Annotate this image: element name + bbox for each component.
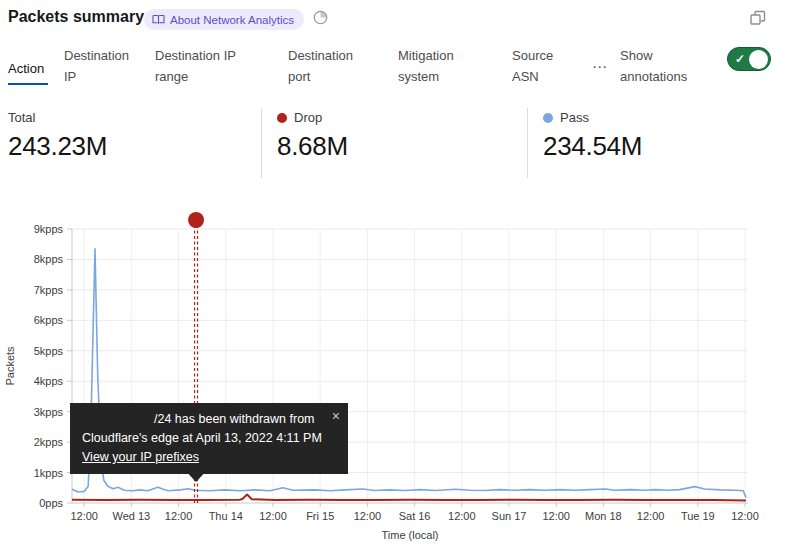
stat-total-label: Total: [8, 110, 35, 125]
x-tick-label: 12:00: [354, 510, 382, 522]
x-tick-label: 12:00: [542, 510, 570, 522]
check-icon: ✓: [735, 52, 745, 66]
x-axis-title: Time (local): [381, 529, 438, 541]
x-tick-label: 12:00: [731, 510, 759, 522]
x-tick-label: 12:00: [70, 510, 98, 522]
show-annotations-toggle[interactable]: ✓: [727, 47, 771, 71]
x-tick-label: Mon 18: [585, 510, 622, 522]
about-network-analytics-badge[interactable]: About Network Analytics: [144, 9, 304, 30]
x-tick-label: 12:00: [448, 510, 476, 522]
tooltip-caret: [184, 469, 208, 482]
clock-icon: [312, 9, 329, 26]
view-ip-prefixes-link[interactable]: View your IP prefixes: [82, 448, 199, 467]
stat-total-value: 243.23M: [8, 131, 107, 162]
x-tick-label: Thu 14: [209, 510, 243, 522]
duplicate-window-icon[interactable]: [748, 8, 768, 28]
tab-destination-ip[interactable]: Destination IP: [64, 46, 136, 88]
tooltip-line2: Cloudflare's edge at April 13, 2022 4:11…: [82, 429, 324, 448]
x-tick-label: 12:00: [637, 510, 665, 522]
drop-line: [72, 495, 746, 501]
tab-destination-port[interactable]: Destination port: [288, 46, 366, 88]
x-tick-label: 12:00: [165, 510, 193, 522]
stat-drop-value: 8.68M: [277, 131, 348, 162]
y-tick-label: 6kpps: [34, 314, 64, 326]
y-tick-label: 1kpps: [34, 467, 64, 479]
x-tick-label: Sun 17: [492, 510, 527, 522]
book-icon: [152, 14, 165, 25]
badge-label: About Network Analytics: [170, 14, 294, 26]
y-tick-label: 5kpps: [34, 345, 64, 357]
y-tick-label: 2kpps: [34, 436, 64, 448]
pass-legend-dot: [543, 113, 553, 123]
stat-divider: [527, 108, 528, 178]
y-tick-label: 0pps: [39, 497, 63, 509]
y-tick-label: 3kpps: [34, 406, 64, 418]
stat-total: Total 243.23M: [8, 110, 107, 162]
stat-divider: [261, 108, 262, 178]
toggle-knob: [749, 50, 768, 69]
page-title: Packets summary: [8, 8, 144, 26]
close-icon[interactable]: ×: [332, 406, 340, 427]
annotation-marker-dot[interactable]: [188, 212, 204, 228]
x-tick-label: 12:00: [259, 510, 287, 522]
stat-pass: Pass 234.54M: [543, 110, 642, 162]
tab-mitigation-system[interactable]: Mitigation system: [398, 46, 470, 88]
x-tick-label: Sat 16: [399, 510, 431, 522]
x-tick-label: Tue 19: [681, 510, 715, 522]
y-axis-title: Packets: [4, 346, 16, 386]
stat-pass-label: Pass: [560, 110, 589, 125]
tab-source-asn[interactable]: Source ASN: [512, 46, 564, 88]
x-tick-label: Fri 15: [306, 510, 334, 522]
drop-legend-dot: [277, 113, 287, 123]
stat-drop: Drop 8.68M: [277, 110, 348, 162]
tab-action[interactable]: Action: [8, 59, 48, 85]
tooltip-line1: /24 has been withdrawn from: [82, 410, 324, 429]
y-tick-label: 4kpps: [34, 375, 64, 387]
packets-summary-panel: Packets summary About Network Analytics …: [0, 0, 785, 555]
more-tabs-icon[interactable]: ⋯: [592, 58, 608, 76]
stat-pass-value: 234.54M: [543, 131, 642, 162]
y-tick-label: 8kpps: [34, 253, 64, 265]
stat-drop-label: Drop: [294, 110, 322, 125]
x-tick-label: Wed 13: [113, 510, 151, 522]
y-tick-label: 9kpps: [34, 223, 64, 235]
y-tick-label: 7kpps: [34, 284, 64, 296]
show-annotations-label: Show annotations: [620, 46, 710, 88]
annotation-tooltip: /24 has been withdrawn from Cloudflare's…: [70, 403, 348, 474]
tab-destination-ip-range[interactable]: Destination IP range: [155, 46, 247, 88]
packets-chart: 0pps1kpps2kpps3kpps4kpps5kpps6kpps7kpps8…: [0, 205, 785, 555]
